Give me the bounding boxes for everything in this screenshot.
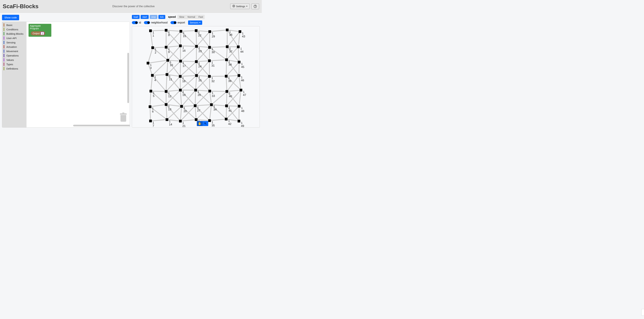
toolbox-item[interactable]: Basic xyxy=(2,23,26,27)
graph-node[interactable] xyxy=(208,59,211,62)
graph-node[interactable] xyxy=(165,46,168,49)
graph-node[interactable] xyxy=(165,103,168,106)
graph-node[interactable] xyxy=(238,105,240,108)
graph-node[interactable] xyxy=(165,29,168,32)
graph-node[interactable] xyxy=(194,104,196,107)
graph-node[interactable] xyxy=(165,90,168,93)
node-value: 1 xyxy=(212,77,213,80)
graph-node[interactable] xyxy=(237,46,240,48)
switch-id[interactable] xyxy=(132,21,138,24)
canvas-vscroll[interactable] xyxy=(127,53,129,103)
canvas-hscroll[interactable] xyxy=(73,125,130,126)
sim-canvas[interactable]: 1118115122129136143121911612313013714413… xyxy=(132,26,260,128)
graph-node[interactable] xyxy=(240,89,242,91)
graph-node[interactable] xyxy=(225,75,228,78)
graph-node[interactable] xyxy=(208,90,211,92)
node-value: 1 xyxy=(182,90,184,93)
toolbox-item[interactable]: Types xyxy=(2,62,26,66)
graph-node[interactable] xyxy=(149,105,151,108)
node-id: 35 xyxy=(212,124,215,127)
node-id: 16 xyxy=(182,49,186,52)
output-block[interactable]: Output 1 xyxy=(31,31,45,35)
graph-node[interactable] xyxy=(166,59,169,62)
speed-option[interactable]: Slow xyxy=(177,15,186,19)
block-canvas[interactable]: Aggregate Program Output 1 xyxy=(26,22,130,127)
show-code-button[interactable]: Show code xyxy=(2,15,19,20)
toolbox-item[interactable]: Operations xyxy=(2,53,26,58)
node-id: 6 xyxy=(152,110,154,113)
graph-node[interactable] xyxy=(208,30,211,33)
graph-node[interactable] xyxy=(208,46,211,49)
graph-node[interactable] xyxy=(166,73,168,76)
graph-node[interactable] xyxy=(208,119,211,122)
graph-node[interactable] xyxy=(225,58,228,61)
graph-node[interactable] xyxy=(195,45,198,48)
speed-option[interactable]: Fast xyxy=(197,15,205,19)
aggregate-program-block[interactable]: Aggregate Program Output 1 xyxy=(28,24,51,37)
switch-export[interactable] xyxy=(170,21,176,24)
toolbox-item[interactable]: User-API xyxy=(2,36,26,40)
caret-down-icon xyxy=(246,6,248,7)
graph-node[interactable] xyxy=(226,45,228,48)
graph-node[interactable] xyxy=(179,60,182,62)
graph-node[interactable] xyxy=(226,29,228,31)
graph-node[interactable] xyxy=(238,30,241,33)
speed-option[interactable]: Normal xyxy=(186,15,197,19)
graph-node[interactable] xyxy=(195,60,198,63)
toggle-export: export xyxy=(170,21,185,24)
sensors-button[interactable]: Sensors xyxy=(188,20,202,25)
graph-node[interactable] xyxy=(150,90,152,92)
graph-node[interactable] xyxy=(195,74,198,77)
graph-node[interactable] xyxy=(179,44,182,47)
graph-node[interactable] xyxy=(179,75,182,78)
trash-icon[interactable] xyxy=(120,113,127,122)
graph-node[interactable] xyxy=(151,46,154,49)
toolbox-item[interactable]: Sensing xyxy=(2,40,26,44)
graph-node[interactable] xyxy=(238,61,240,63)
caret-down-icon xyxy=(199,22,200,23)
graph-node[interactable] xyxy=(180,105,183,108)
graph-node[interactable] xyxy=(225,105,228,107)
sim-controls: load start stop tick speed SlowNormalFas… xyxy=(132,15,260,19)
load-button[interactable]: load xyxy=(132,15,140,19)
graph-node[interactable] xyxy=(149,120,152,122)
pan-tool-button[interactable]: ✋ xyxy=(197,121,202,126)
graph-node[interactable] xyxy=(238,120,240,123)
graph-node[interactable] xyxy=(179,89,182,91)
graph-node[interactable] xyxy=(238,74,240,77)
tick-button[interactable]: tick xyxy=(158,15,165,19)
graph-node[interactable] xyxy=(195,29,198,32)
select-tool-button[interactable]: ↖ xyxy=(202,121,208,126)
graph-node[interactable] xyxy=(179,120,182,123)
graph-node[interactable] xyxy=(208,75,211,78)
toolbox-item[interactable]: Actuation xyxy=(2,44,26,49)
start-button[interactable]: start xyxy=(140,15,148,19)
value-block[interactable]: 1 xyxy=(40,32,44,35)
settings-button[interactable]: Settings xyxy=(230,3,250,9)
graph-node[interactable] xyxy=(166,118,168,121)
graph-node[interactable] xyxy=(194,89,197,91)
graph-edge xyxy=(210,60,226,61)
node-value: 1 xyxy=(212,91,213,94)
toolbox-swatch xyxy=(4,28,4,31)
toolbox-item[interactable]: Definitions xyxy=(2,66,26,71)
graph-node[interactable] xyxy=(180,30,182,33)
graph-node[interactable] xyxy=(226,90,228,93)
node-value: 1 xyxy=(152,31,154,34)
graph-node[interactable] xyxy=(225,118,228,120)
graph-node[interactable] xyxy=(149,29,152,32)
help-button[interactable] xyxy=(251,3,259,9)
graph-node[interactable] xyxy=(210,103,213,106)
graph-node[interactable] xyxy=(195,118,198,121)
toolbox-item[interactable]: Building Blocks xyxy=(2,31,26,36)
switch-neighborhood[interactable] xyxy=(144,21,150,24)
toggle-export-label: export xyxy=(178,21,185,24)
toolbox-item[interactable]: Conditions xyxy=(2,27,26,31)
graph-edge xyxy=(152,75,167,75)
toolbox-item[interactable]: Movement xyxy=(2,49,26,53)
graph-edge xyxy=(150,107,150,121)
toolbox-item[interactable]: Values xyxy=(2,58,26,62)
graph-edge xyxy=(226,76,239,76)
graph-node[interactable] xyxy=(151,74,154,77)
graph-node[interactable] xyxy=(147,62,149,64)
